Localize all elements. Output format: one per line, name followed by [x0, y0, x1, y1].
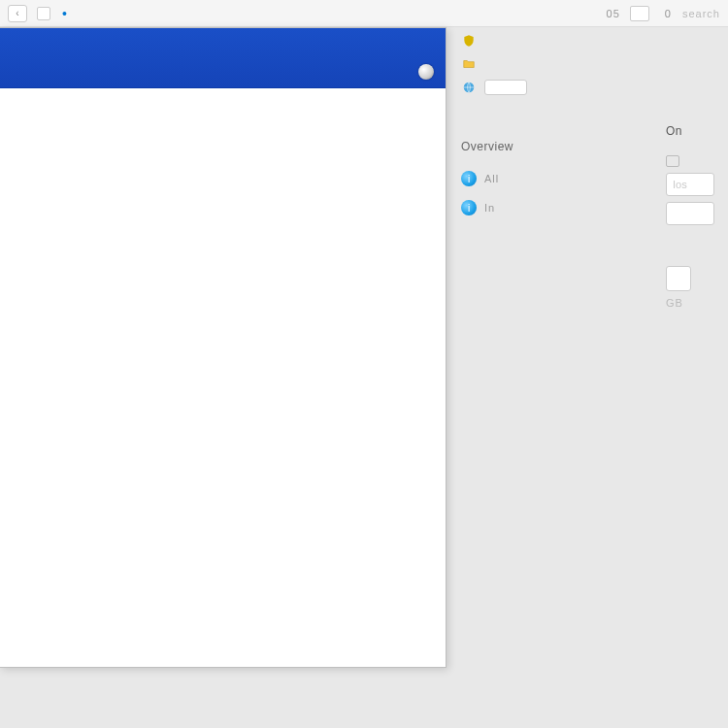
side-row-shield[interactable] — [461, 29, 626, 52]
list-item[interactable]: i All — [461, 171, 626, 186]
folder-icon — [461, 56, 477, 72]
active-dot-icon: • — [62, 7, 67, 20]
address-icon[interactable] — [630, 6, 649, 21]
address-text: search — [682, 8, 720, 19]
right-panel-caption: GB — [666, 297, 722, 309]
right-panel-square[interactable] — [666, 266, 691, 291]
list-item[interactable]: i In — [461, 200, 626, 215]
right-panel-box[interactable]: Ios — [666, 173, 714, 196]
header-orb-icon[interactable] — [418, 64, 434, 80]
right-panel-header: On — [666, 124, 722, 138]
tab-indicator[interactable] — [37, 7, 50, 20]
side-row-chip[interactable] — [484, 80, 527, 95]
window-content-area — [0, 88, 446, 667]
right-panel-line — [666, 155, 722, 167]
mini-box-icon — [666, 155, 679, 167]
back-button[interactable]: ‹ — [8, 5, 27, 22]
info-bullet-icon: i — [461, 171, 477, 186]
list-item-label: In — [484, 202, 495, 214]
section-label: Overview — [461, 140, 626, 153]
titlebar: ‹ • 05 0 search — [0, 0, 728, 27]
side-row-folder[interactable] — [461, 52, 626, 76]
right-box-text: Ios — [673, 179, 687, 190]
main-window — [0, 27, 447, 668]
side-list: i All i In — [461, 171, 626, 215]
window-header — [0, 28, 446, 88]
right-panel-box[interactable] — [666, 202, 714, 225]
right-panel: On Ios GB — [660, 124, 728, 309]
info-bullet-icon: i — [461, 200, 477, 215]
side-panel: Overview i All i In — [461, 29, 626, 229]
globe-icon — [461, 80, 477, 95]
shield-icon — [461, 33, 477, 49]
side-row-globe[interactable] — [461, 76, 626, 99]
list-item-label: All — [484, 173, 499, 184]
address-zero: 0 — [665, 8, 671, 19]
address-number: 05 — [607, 8, 620, 19]
